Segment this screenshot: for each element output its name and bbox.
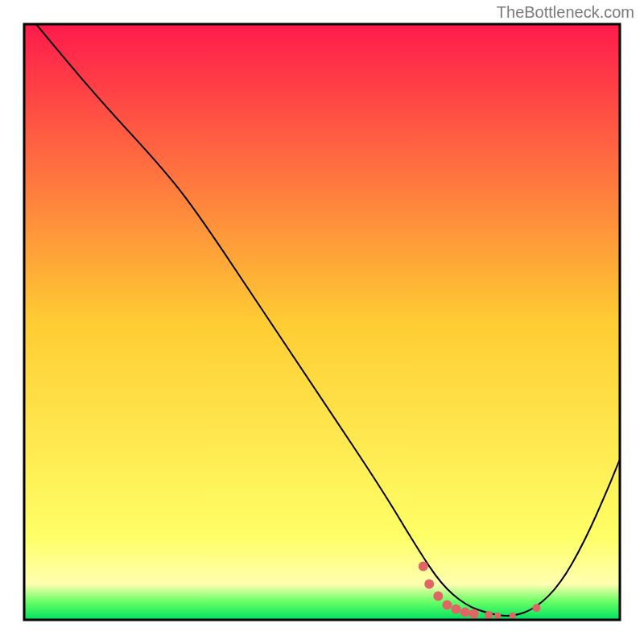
data-marker [469,609,479,619]
data-marker [419,561,428,571]
data-marker [460,607,470,617]
data-marker [442,601,452,610]
data-marker [433,591,443,601]
data-marker [485,611,493,619]
data-marker [494,613,501,619]
chart-container: TheBottleneck.com [0,0,644,644]
data-marker [424,580,434,589]
data-marker [452,605,461,614]
bottleneck-chart [0,0,644,644]
data-marker [532,604,540,612]
plot-background [24,24,620,620]
data-marker [510,613,516,619]
